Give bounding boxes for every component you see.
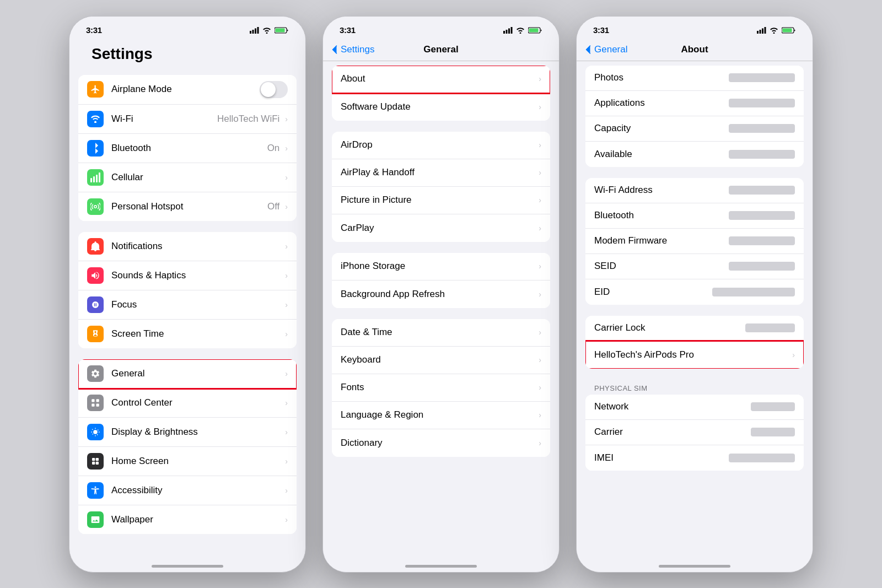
display-label: Display & Brightness	[111, 427, 283, 438]
dictionary-chevron: ›	[539, 439, 541, 447]
row-hotspot[interactable]: Personal Hotspot Off ›	[78, 192, 297, 221]
svg-rect-23	[511, 27, 513, 34]
row-screentime[interactable]: Screen Time ›	[78, 320, 297, 348]
modem-label: Modem Firmware	[594, 235, 729, 246]
back-chevron-icon-3	[585, 45, 591, 54]
row-carplay[interactable]: CarPlay ›	[332, 214, 550, 242]
status-time-3: 3:31	[593, 25, 609, 35]
cellular-icon	[87, 169, 104, 186]
row-notifications[interactable]: Notifications ›	[78, 232, 297, 261]
row-general[interactable]: General ›	[78, 359, 297, 389]
airplane-mode-toggle[interactable]	[260, 81, 288, 98]
row-applications[interactable]: Applications	[585, 91, 804, 116]
row-date-time[interactable]: Date & Time ›	[332, 319, 550, 347]
svg-rect-12	[96, 399, 99, 402]
row-control-center[interactable]: Control Center ›	[78, 389, 297, 418]
seid-value	[729, 262, 795, 271]
svg-rect-14	[96, 403, 99, 406]
control-center-chevron: ›	[285, 398, 288, 407]
screentime-icon	[87, 326, 104, 342]
sounds-chevron: ›	[285, 271, 288, 280]
row-pip[interactable]: Picture in Picture ›	[332, 187, 550, 214]
row-network[interactable]: Network	[585, 395, 804, 420]
airplay-handoff-chevron: ›	[539, 168, 541, 177]
seid-label: SEID	[594, 261, 729, 272]
keyboard-label: Keyboard	[341, 354, 536, 365]
row-available[interactable]: Available	[585, 142, 804, 167]
row-software-update[interactable]: Software Update ›	[332, 93, 550, 121]
fonts-label: Fonts	[341, 382, 536, 393]
back-to-settings[interactable]: Settings	[332, 44, 374, 55]
home-indicator-2	[405, 565, 477, 568]
battery-icon-3	[782, 27, 796, 34]
svg-rect-5	[276, 28, 285, 32]
status-icons-2	[503, 27, 542, 34]
bluetooth-chevron: ›	[285, 144, 288, 153]
row-display[interactable]: Display & Brightness ›	[78, 418, 297, 447]
row-photos[interactable]: Photos	[585, 66, 804, 91]
settings-scroll-1[interactable]: Airplane Mode Wi-Fi HelloTech WiFi ›	[69, 71, 305, 572]
row-modem[interactable]: Modem Firmware	[585, 229, 804, 254]
row-sounds[interactable]: Sounds & Haptics ›	[78, 261, 297, 290]
row-wifi[interactable]: Wi-Fi HelloTech WiFi ›	[78, 105, 297, 134]
carplay-label: CarPlay	[341, 223, 536, 234]
general-scroll[interactable]: About › Software Update › AirDrop	[323, 61, 559, 572]
row-bluetooth-address[interactable]: Bluetooth	[585, 203, 804, 229]
row-fonts[interactable]: Fonts ›	[332, 374, 550, 402]
row-airdrop[interactable]: AirDrop ›	[332, 132, 550, 159]
row-accessibility[interactable]: Accessibility ›	[78, 476, 297, 505]
home-indicator-3	[659, 565, 730, 568]
physical-sim-header: PHYSICAL SIM	[577, 380, 813, 395]
svg-rect-31	[783, 28, 792, 32]
software-update-label: Software Update	[341, 101, 536, 112]
back-to-general[interactable]: General	[585, 44, 627, 55]
carrier-lock-value	[745, 323, 795, 332]
row-carrier-lock[interactable]: Carrier Lock	[585, 316, 804, 341]
home-indicator-1	[152, 565, 223, 568]
row-dictionary[interactable]: Dictionary ›	[332, 429, 550, 457]
row-language-region[interactable]: Language & Region ›	[332, 402, 550, 429]
row-carrier[interactable]: Carrier	[585, 420, 804, 445]
section-system: General › Control Center ›	[69, 359, 305, 534]
row-bg-refresh[interactable]: Background App Refresh ›	[332, 280, 550, 308]
svg-rect-6	[90, 178, 92, 182]
row-airplane-mode[interactable]: Airplane Mode	[78, 75, 297, 105]
row-airplay-handoff[interactable]: AirPlay & Handoff ›	[332, 159, 550, 187]
svg-rect-2	[255, 28, 256, 34]
svg-rect-26	[757, 31, 759, 34]
date-time-label: Date & Time	[341, 327, 536, 338]
row-seid[interactable]: SEID	[585, 254, 804, 279]
row-focus[interactable]: Focus ›	[78, 290, 297, 320]
svg-rect-11	[92, 399, 94, 402]
wifi-address-label: Wi-Fi Address	[594, 185, 729, 196]
row-wallpaper[interactable]: Wallpaper ›	[78, 505, 297, 534]
wifi-status-icon-3	[770, 27, 778, 34]
applications-label: Applications	[594, 98, 729, 109]
row-bluetooth[interactable]: Bluetooth On ›	[78, 134, 297, 163]
svg-rect-16	[96, 458, 99, 461]
row-homescreen[interactable]: Home Screen ›	[78, 447, 297, 476]
svg-rect-20	[503, 31, 505, 34]
row-cellular[interactable]: Cellular ›	[78, 163, 297, 192]
row-eid[interactable]: EID	[585, 279, 804, 305]
sounds-icon	[87, 267, 104, 284]
svg-rect-0	[250, 31, 251, 34]
row-wifi-address[interactable]: Wi-Fi Address	[585, 178, 804, 203]
carrier-label: Carrier	[594, 427, 751, 438]
row-iphone-storage[interactable]: iPhone Storage ›	[332, 253, 550, 280]
wifi-status-icon	[262, 27, 271, 34]
row-keyboard[interactable]: Keyboard ›	[332, 347, 550, 374]
software-update-chevron: ›	[539, 103, 541, 111]
row-about[interactable]: About ›	[332, 66, 550, 93]
battery-icon-2	[528, 27, 542, 34]
about-scroll[interactable]: Photos Applications Capacity Availa	[577, 61, 813, 572]
row-imei[interactable]: IMEI	[585, 445, 804, 471]
available-value	[729, 150, 795, 159]
status-icons-3	[757, 27, 796, 34]
phone-3: 3:31 General About	[576, 16, 813, 573]
section-network-info: Wi-Fi Address Bluetooth Modem Firmware	[577, 178, 813, 305]
svg-point-19	[95, 486, 96, 488]
pip-label: Picture in Picture	[341, 195, 536, 206]
row-capacity[interactable]: Capacity	[585, 116, 804, 142]
row-airpods[interactable]: HelloTech's AirPods Pro ›	[585, 341, 804, 369]
